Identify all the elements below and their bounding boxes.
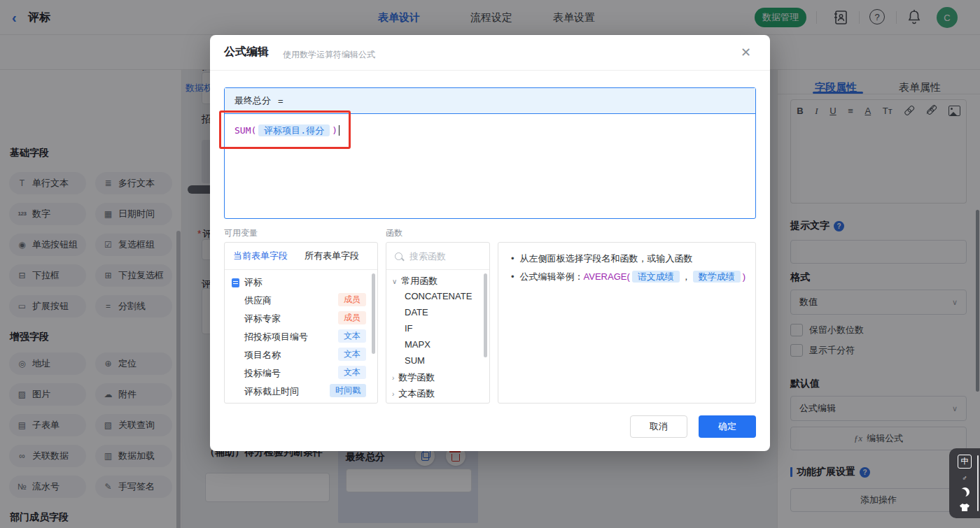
equals-sign: = [278,96,284,106]
close-icon[interactable]: ✕ [741,46,751,59]
variables-panel: 当前表单字段 所有表单字段 评标 供应商 成员 评标专家 成员 招投标项目编号 … [224,242,378,404]
chevron-right-icon: › [392,374,394,382]
example-field-token: 数学成绩 [693,271,741,283]
function-group-math[interactable]: ›数学函数 [392,371,435,384]
function-name: SUM [234,125,251,136]
gender-icon[interactable]: ♂ [962,475,967,482]
variable-row[interactable]: 项目名称 [244,349,281,362]
open-paren: ( [251,125,256,136]
language-icon[interactable]: 中 [958,455,972,469]
field-type-badge: 时间戳 [330,384,366,397]
confirm-button[interactable]: 确定 [699,415,756,438]
field-type-badge: 文本 [338,348,366,361]
functions-caption: 函数 [386,227,402,239]
divider [210,70,770,71]
example-function-name: AVERAGE [584,271,627,282]
floating-widget: 中 ♂ [949,448,980,518]
tab-current-form-fields[interactable]: 当前表单字段 [233,250,288,262]
field-type-badge: 文本 [338,329,366,343]
tips-panel: •从左侧面板选择字段名和函数，或输入函数 •公式编辑举例：AVERAGE(语文成… [498,242,756,404]
variables-caption: 可用变量 [224,227,258,239]
dark-mode-moon-icon[interactable] [960,487,969,497]
function-item-concatenate[interactable]: CONCATENATE [405,291,472,301]
chevron-right-icon: › [392,390,394,398]
example-field-token: 语文成绩 [632,271,680,283]
field-type-badge: 文本 [338,366,366,379]
variable-row[interactable]: 评标专家 [244,313,281,325]
formula-edit-modal: 公式编辑 使用数学运算符编辑公式 ✕ 最终总分 = SUM(评标项目.得分) 可… [210,35,770,451]
theme-shirt-icon[interactable] [959,503,970,512]
function-item-sum[interactable]: SUM [405,355,425,366]
form-doc-icon [232,278,239,287]
function-search-input[interactable] [408,250,474,262]
function-item-mapx[interactable]: MAPX [405,339,430,350]
function-item-if[interactable]: IF [405,323,413,334]
tree-root-form[interactable]: 评标 [232,276,262,289]
field-type-badge: 成员 [338,293,366,306]
tip-line-1: •从左侧面板选择字段名和函数，或输入函数 [511,252,693,265]
search-icon [395,252,402,260]
variables-tabs: 当前表单字段 所有表单字段 [225,243,377,270]
function-search-row [386,243,489,270]
formula-target-field: 最终总分 [234,94,271,107]
variable-row[interactable]: 投标编号 [244,367,281,380]
functions-panel: ∨常用函数 CONCATENATE DATE IF MAPX SUM ›数学函数… [386,242,490,404]
function-item-date[interactable]: DATE [405,307,428,317]
close-paren: ) [332,125,337,136]
variable-row[interactable]: 供应商 [244,294,272,307]
field-type-badge: 成员 [338,311,366,324]
variable-row[interactable]: 招投标项目编号 [244,331,308,343]
tab-all-form-fields[interactable]: 所有表单字段 [304,250,359,262]
chevron-down-icon: ∨ [392,278,397,285]
widget-scrollbar [977,455,979,511]
function-group-common[interactable]: ∨常用函数 [392,275,438,287]
modal-subtitle: 使用数学运算符编辑公式 [283,49,375,61]
variable-row[interactable]: 评标截止时间 [244,385,299,398]
variables-scrollbar[interactable] [372,273,375,354]
formula-target-band: 最终总分 = [225,88,755,114]
functions-scrollbar[interactable] [484,273,487,357]
cancel-button[interactable]: 取消 [630,415,687,438]
formula-editor[interactable]: 最终总分 = SUM(评标项目.得分) [224,87,756,219]
function-group-text[interactable]: ›文本函数 [392,387,435,400]
tip-line-2: •公式编辑举例：AVERAGE(语文成绩，数学成绩) [511,271,746,283]
text-cursor [339,125,340,136]
formula-expression[interactable]: SUM(评标项目.得分) [234,124,340,137]
modal-title: 公式编辑 [224,45,269,59]
field-token[interactable]: 评标项目.得分 [258,124,330,136]
app-screen: ‹ 评标 表单设计 流程设定 表单设置 数据管理 ? C ⌁ 表单外链 ‹› [0,0,980,528]
